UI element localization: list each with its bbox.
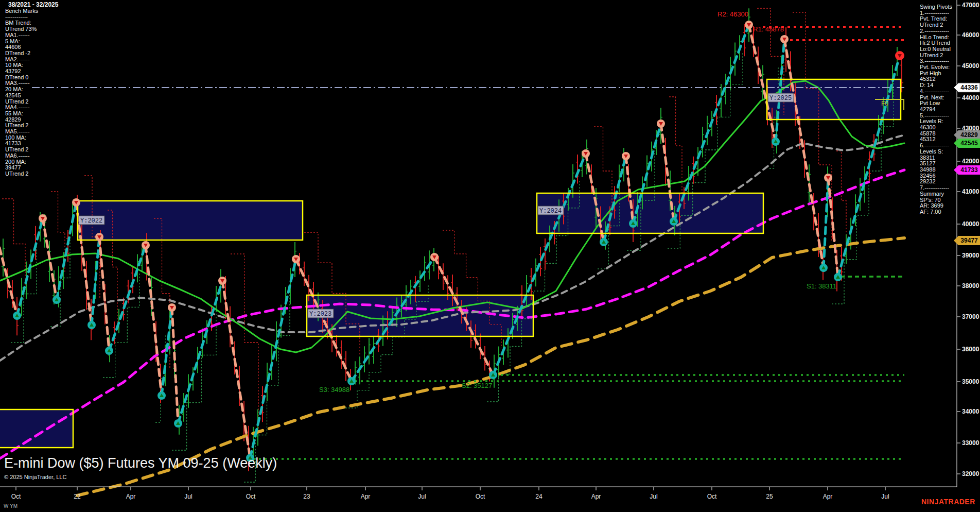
zigzag-segment: [146, 245, 162, 396]
time-tick-label: 25: [766, 493, 773, 500]
copyright-label: © 2025 NinjaTrader, LLC: [4, 474, 66, 480]
time-tick-label: Apr: [126, 493, 136, 500]
price-tick-label: 36000: [962, 346, 979, 353]
swing-pivots-line: 42794: [920, 107, 957, 113]
price-tick-label: 42000: [962, 158, 979, 165]
year-box-fill: [537, 193, 763, 233]
swing-pivots-line: Lo:0 Neutral: [920, 46, 957, 53]
swing-pivots-line: 2.-------------: [920, 28, 957, 35]
time-tick-label: Jul: [650, 493, 657, 500]
instrument-title: E-mini Dow ($5) Futures YM 09-25 (Weekly…: [4, 455, 277, 471]
time-axis[interactable]: Oct22AprJulOct23AprJulOct24AprJulOct25Ap…: [0, 487, 957, 500]
price-chart-canvas[interactable]: R2: 46300R1: 45878S1: 38311S2: 35127S3: …: [0, 0, 980, 512]
swing-pivots-line: Swing Pivots: [920, 4, 957, 10]
zigzag-segment: [92, 237, 99, 325]
price-tag-label: 42545: [960, 140, 978, 147]
time-tick-label: Oct: [707, 493, 717, 500]
swing-pivots-line: AF: 7.00: [920, 209, 957, 215]
time-tick-label: Apr: [591, 493, 601, 500]
swing-pivots-panel: Swing Pivots1.-------------Pvt. Trend:UT…: [920, 4, 957, 215]
hilo-step-line: [51, 192, 65, 273]
series-code-label: W YM: [4, 503, 18, 509]
price-tag-label: 39477: [960, 237, 978, 244]
price-tick-label: 33000: [962, 439, 979, 447]
benchmarks-line: Bench Marks: [5, 8, 38, 14]
f0-label: F0: [881, 100, 888, 107]
benchmarks-line: UTrend 2: [5, 171, 38, 177]
price-tick-label: 41000: [962, 188, 979, 195]
time-tick-label: 23: [303, 493, 310, 500]
year-box-fills: [0, 79, 901, 448]
hilo-step-line: [103, 272, 139, 378]
level-label-s3: S3: 34988: [319, 386, 349, 394]
price-tick-label: 32000: [962, 470, 979, 477]
hilo-step-line: [836, 151, 846, 250]
year-chip-label: Y:2022: [80, 217, 102, 225]
year-chip-label: Y:2024: [539, 208, 562, 215]
sr-levels: R2: 46300R1: 45878S1: 38311S2: 35127S3: …: [253, 10, 904, 459]
swing-pivots-line: Pvt. Evolve:: [920, 64, 957, 71]
price-tag-label: 44336: [960, 84, 978, 91]
price-tag-label: 42829: [960, 131, 978, 139]
price-tick-label: 37000: [962, 313, 979, 320]
chart-window: R2: 46300R1: 45878S1: 38311S2: 35127S3: …: [0, 0, 980, 512]
year-box-fill: [0, 409, 73, 448]
level-label-r2: R2: 46300: [717, 10, 748, 18]
benchmarks-line: MA6.------: [5, 153, 38, 159]
zigzag-segment: [57, 202, 76, 300]
benchmarks-line: 43792: [5, 69, 38, 75]
time-tick-label: Jul: [881, 493, 889, 500]
benchmarks-line: MA1.------: [5, 32, 38, 39]
benchmarks-line: 42545: [5, 93, 38, 99]
swing-zigzag: [0, 25, 900, 458]
benchmarks-line: 55 MA:: [5, 111, 38, 117]
level-label-s2: S2: 35127: [462, 382, 492, 389]
benchmarks-panel: Bench Marks------------BM Trend:UTrend 7…: [5, 8, 38, 177]
level-label-s1: S1: 38311: [807, 282, 836, 290]
time-tick-label: Apr: [361, 493, 371, 500]
benchmarks-line: DTrend -2: [5, 50, 38, 57]
swing-pivots-line: 4.-------------: [920, 89, 957, 95]
year-box-borders: Y:2022Y:2023Y:2024Y:2025: [0, 79, 901, 448]
time-tick-label: Apr: [823, 493, 833, 500]
swing-pivots-line: Summary: [920, 191, 957, 197]
price-tick-label: 44000: [962, 94, 979, 101]
price-tag-label: 41733: [960, 166, 978, 174]
zigzag-segment: [17, 218, 43, 316]
price-tick-label: 40000: [962, 220, 979, 228]
zigzag-segment: [828, 178, 838, 277]
time-tick-label: 24: [535, 493, 542, 500]
hilo-step-lines: [2, 8, 894, 482]
date-range-label: 38/2021 - 32/2025: [8, 1, 58, 8]
zigzag-segment: [172, 308, 178, 423]
ninjatrader-logo: NINJATRADER: [921, 498, 975, 506]
swing-pivots-line: 34988: [920, 167, 957, 173]
swing-pivots-line: Levels S:: [920, 149, 957, 155]
zigzag-segment: [0, 226, 17, 316]
price-tick-label: 47000: [962, 2, 979, 9]
time-tick-label: Jul: [184, 493, 192, 500]
benchmarks-line: MA5.------: [5, 129, 38, 135]
zigzag-segment: [674, 25, 749, 221]
level-label-r1: R1: 45878: [753, 25, 784, 33]
time-tick-label: Jul: [418, 493, 426, 500]
year-box-fill: [78, 201, 303, 240]
zigzag-segment: [222, 281, 250, 458]
time-tick-label: Oct: [246, 493, 256, 500]
price-tick-label: 35000: [962, 378, 979, 385]
price-tick-label: 38000: [962, 282, 979, 289]
hilo-step-line: [669, 97, 682, 195]
year-chip-label: Y:2023: [309, 311, 331, 318]
swing-pivots-line: 46300: [920, 125, 957, 131]
price-tick-label: 45000: [962, 62, 979, 70]
zigzag-segment: [178, 281, 222, 423]
price-tick-label: 34000: [962, 408, 979, 415]
zigzag-segment: [784, 39, 824, 268]
time-tick-label: Oct: [476, 493, 485, 500]
price-tick-label: 39000: [962, 252, 979, 259]
price-tick-label: 46000: [962, 31, 979, 39]
time-tick-label: Oct: [11, 493, 21, 500]
year-chip-label: Y:2025: [769, 95, 792, 102]
hilo-step-line: [172, 308, 216, 450]
zigzag-segment: [99, 237, 109, 351]
